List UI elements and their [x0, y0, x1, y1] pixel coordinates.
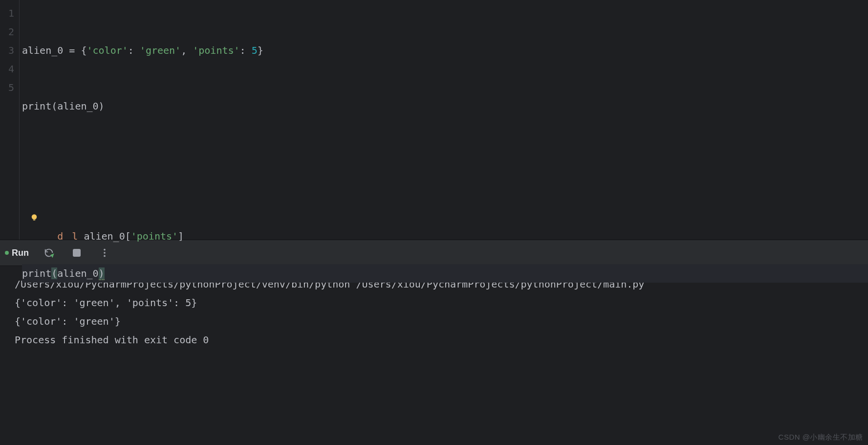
identifier: alien_0: [57, 267, 98, 279]
watermark: CSDN @小幽余生不加糖: [779, 433, 863, 442]
code-line-2[interactable]: print(alien_0): [22, 97, 868, 115]
brace: }: [258, 44, 263, 56]
paren-highlight: (: [51, 267, 57, 279]
colon: :: [240, 44, 252, 56]
code-line-4[interactable]: dl alien_0['points']: [22, 208, 868, 227]
identifier: alien_0: [84, 230, 125, 242]
editor-area: 1 2 3 4 5 alien_0 = {'color': 'green', '…: [0, 0, 868, 240]
line-number: 2: [0, 22, 14, 41]
string: 'points': [131, 230, 178, 242]
string: 'points': [193, 44, 239, 56]
bracket: [: [125, 230, 131, 242]
text-cursor: [105, 268, 106, 280]
bracket: ]: [178, 230, 184, 242]
code-editor[interactable]: alien_0 = {'color': 'green', 'points': 5…: [20, 0, 868, 240]
keyword: d: [57, 230, 63, 242]
number: 5: [252, 44, 258, 56]
code-line-3[interactable]: [22, 153, 868, 171]
space: [78, 230, 84, 242]
line-number: 3: [0, 41, 14, 60]
identifier: alien_0: [22, 44, 63, 56]
code-line-1[interactable]: alien_0 = {'color': 'green', 'points': 5…: [22, 41, 868, 60]
builtin-fn: print: [22, 100, 51, 112]
line-number-gutter: 1 2 3 4 5: [0, 0, 20, 240]
identifier: alien_0: [57, 100, 98, 112]
run-status-dot-icon: [5, 251, 9, 255]
line-number: 1: [0, 4, 14, 22]
intention-bulb-icon[interactable]: [30, 210, 39, 221]
paren: ): [99, 100, 105, 112]
code-line-5[interactable]: print(alien_0): [22, 264, 868, 283]
builtin-fn: print: [22, 267, 51, 279]
console-line: Process finished with exit code 0: [15, 331, 853, 349]
keyword: l: [72, 230, 78, 242]
comma: ,: [181, 44, 193, 56]
svg-rect-1: [33, 219, 36, 221]
line-number: 5: [0, 78, 14, 97]
string: 'green': [140, 44, 181, 56]
svg-point-0: [32, 214, 37, 220]
paren-highlight: ): [99, 267, 105, 280]
line-number: 4: [0, 60, 14, 78]
string: 'color': [87, 44, 128, 56]
paren: (: [51, 100, 57, 112]
brace: {: [81, 44, 87, 56]
operator: =: [63, 44, 81, 56]
colon: :: [128, 44, 140, 56]
